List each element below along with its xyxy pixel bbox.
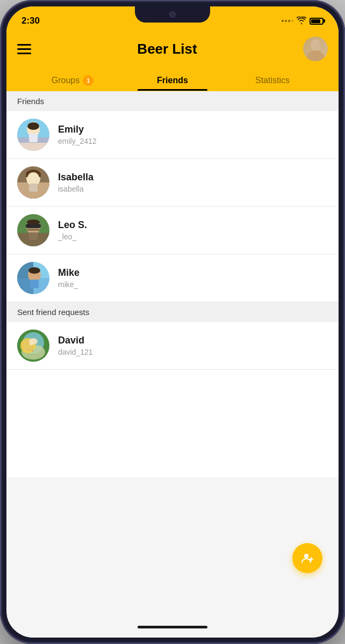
avatar — [17, 119, 49, 151]
friend-name: David — [58, 335, 328, 346]
svg-rect-30 — [30, 280, 39, 288]
list-item[interactable]: Leo S. _leo_ — [6, 207, 339, 254]
tab-friends-label: Friends — [157, 76, 188, 85]
avatar — [17, 262, 49, 294]
tab-groups[interactable]: Groups 1 — [23, 70, 123, 91]
list-item[interactable]: Mike mike_ — [6, 254, 339, 302]
notch — [135, 6, 210, 23]
friend-name: Mike — [58, 267, 328, 279]
friends-list: Friends — [6, 91, 339, 477]
friend-info: Mike mike_ — [58, 267, 328, 289]
content-area: Friends — [6, 91, 339, 616]
hamburger-menu[interactable] — [17, 44, 31, 54]
status-time: 2:30 — [21, 16, 40, 26]
svg-point-38 — [304, 554, 308, 558]
sent-requests-section-header: Sent friend requests — [6, 302, 339, 322]
svg-point-29 — [28, 267, 40, 274]
list-item[interactable]: Isabella isabella — [6, 159, 339, 207]
list-item[interactable]: David david_121 — [6, 322, 339, 370]
phone-frame: 2:30 — [0, 0, 345, 644]
svg-rect-22 — [27, 229, 40, 231]
friend-username: _leo_ — [58, 232, 328, 241]
user-avatar[interactable] — [303, 36, 328, 61]
signal-icon — [282, 20, 293, 22]
friend-info: Leo S. _leo_ — [58, 219, 328, 241]
battery-icon — [310, 18, 324, 25]
add-friend-icon — [301, 552, 314, 565]
tab-statistics-label: Statistics — [255, 76, 290, 85]
friend-username: mike_ — [58, 280, 328, 289]
svg-point-21 — [27, 219, 40, 225]
hamburger-line — [17, 48, 31, 50]
list-item[interactable]: Emily emily_2412 — [6, 111, 339, 159]
home-indicator — [6, 616, 339, 638]
tab-friends[interactable]: Friends — [123, 70, 222, 91]
friend-info: David david_121 — [58, 335, 328, 356]
add-friend-button[interactable] — [292, 543, 322, 573]
svg-rect-23 — [29, 232, 38, 240]
screen: 2:30 — [6, 6, 339, 638]
hamburger-line — [17, 44, 31, 46]
svg-point-9 — [27, 122, 39, 130]
tab-groups-label: Groups — [52, 76, 80, 85]
avatar — [17, 166, 49, 199]
friend-username: david_121 — [58, 348, 328, 356]
friend-info: Isabella isabella — [58, 172, 328, 193]
app-header: Beer List Groups 1 Friends — [6, 32, 339, 91]
friend-username: isabella — [58, 185, 328, 193]
camera — [169, 11, 176, 18]
friend-name: Isabella — [58, 172, 328, 183]
home-bar — [138, 626, 207, 628]
avatar — [17, 330, 49, 362]
friends-section-label: Friends — [17, 97, 44, 106]
hamburger-line — [17, 53, 31, 54]
friends-section-header: Friends — [6, 91, 339, 111]
svg-rect-15 — [29, 184, 38, 192]
app-title: Beer List — [137, 41, 197, 57]
tab-groups-badge: 1 — [83, 75, 94, 86]
tab-bar: Groups 1 Friends Statistics — [17, 70, 328, 91]
sent-requests-label: Sent friend requests — [17, 308, 89, 317]
status-icons — [282, 17, 324, 26]
svg-point-0 — [311, 39, 320, 51]
svg-point-37 — [29, 338, 38, 345]
tab-statistics[interactable]: Statistics — [222, 70, 322, 91]
header-top: Beer List — [17, 36, 328, 61]
friend-info: Emily emily_2412 — [58, 124, 328, 145]
avatar — [17, 214, 49, 246]
wifi-icon — [297, 17, 306, 26]
empty-space — [6, 370, 339, 477]
svg-rect-4 — [17, 143, 49, 151]
svg-point-14 — [27, 172, 39, 184]
friend-name: Emily — [58, 124, 328, 135]
friend-name: Leo S. — [58, 219, 328, 231]
friend-username: emily_2412 — [58, 137, 328, 145]
